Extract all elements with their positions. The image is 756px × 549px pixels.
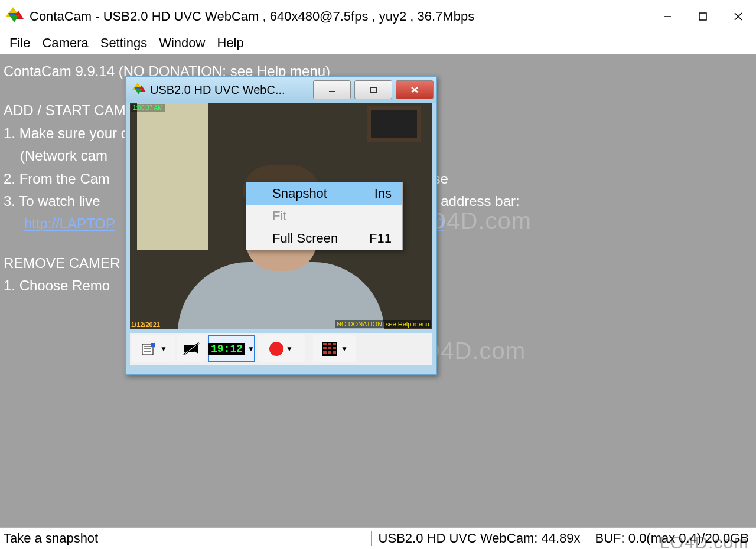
camera-window-icon [132,83,146,97]
statusbar-buffer: BUF: 0.0(max 0.4)/20.0GB [588,531,756,546]
svg-rect-25 [333,351,336,354]
context-menu-snapshot[interactable]: Snapshot Ins [246,182,402,205]
context-item-label: Full Screen [272,231,338,246]
chevron-down-icon: ▼ [286,345,293,353]
camera-minimize-button[interactable] [313,80,351,99]
video-date: 1/12/2021 [131,321,160,328]
minimize-button[interactable] [650,5,685,28]
hand-sheet-icon [140,341,158,357]
main-titlebar: ContaCam - USB2.0 HD UVC WebCam , 640x48… [0,0,756,33]
camera-off-tool-button[interactable] [177,335,206,362]
context-item-label: Snapshot [272,186,327,201]
svg-rect-21 [328,347,331,349]
svg-rect-5 [370,87,376,92]
close-button[interactable] [721,5,756,28]
chevron-down-icon: ▼ [160,345,167,353]
window-controls [650,5,756,28]
menubar: File Camera Settings Window Help [0,33,756,53]
maximize-button[interactable] [685,5,721,28]
grid-tool-button[interactable]: ▼ [313,335,356,362]
menu-file[interactable]: File [4,34,36,52]
svg-rect-24 [328,351,331,354]
context-item-label: Fit [272,208,286,224]
camera-toolbar: ▼ 19:12 ▼ ▼ ▼ [130,333,432,365]
context-item-shortcut: F11 [369,231,392,246]
camera-off-icon [182,341,201,357]
menu-settings[interactable]: Settings [94,34,154,52]
clock-tool-button[interactable]: 19:12 ▼ [208,335,255,362]
chevron-down-icon: ▼ [341,345,348,353]
statusbar-camera-stat: USB2.0 HD UVC WebCam: 44.89x [371,531,588,546]
svg-rect-17 [323,343,327,345]
statusbar-hint: Take a snapshot [0,531,371,546]
window-title: ContaCam - USB2.0 HD UVC WebCam , 640x48… [30,9,474,24]
context-menu: Snapshot Ins Fit Full Screen F11 [246,182,403,250]
svg-rect-23 [323,351,327,354]
menu-camera[interactable]: Camera [36,34,94,52]
record-icon [269,342,284,356]
svg-rect-22 [333,347,336,349]
camera-window-title: USB2.0 HD UVC WebC... [150,83,285,97]
camera-maximize-button[interactable] [354,80,392,99]
camera-window-titlebar[interactable]: USB2.0 HD UVC WebC... [126,77,436,103]
context-menu-fit: Fit [246,205,402,227]
menu-help[interactable]: Help [211,34,249,52]
menu-window[interactable]: Window [153,34,211,52]
svg-rect-1 [699,13,706,20]
chevron-down-icon: ▼ [247,345,255,353]
svg-rect-19 [333,343,336,345]
statusbar: Take a snapshot USB2.0 HD UVC WebCam: 44… [0,527,756,549]
video-timestamp: 1:00:37 AM [131,104,165,112]
video-banner: NO DONATION: see Help menu [335,320,431,328]
tool-clock-value: 19:12 [208,343,245,355]
camera-close-button[interactable] [396,80,434,99]
record-tool-button[interactable]: ▼ [258,335,305,362]
svg-rect-18 [328,343,331,345]
context-item-shortcut: Ins [374,186,392,201]
svg-rect-20 [323,347,327,349]
app-icon [6,7,25,26]
camera-window-controls [313,80,434,99]
workspace-link[interactable]: http://LAPTOP [24,215,115,231]
context-menu-fullscreen[interactable]: Full Screen F11 [246,227,402,250]
snapshot-tool-button[interactable]: ▼ [132,335,175,362]
grid-icon [321,341,338,357]
